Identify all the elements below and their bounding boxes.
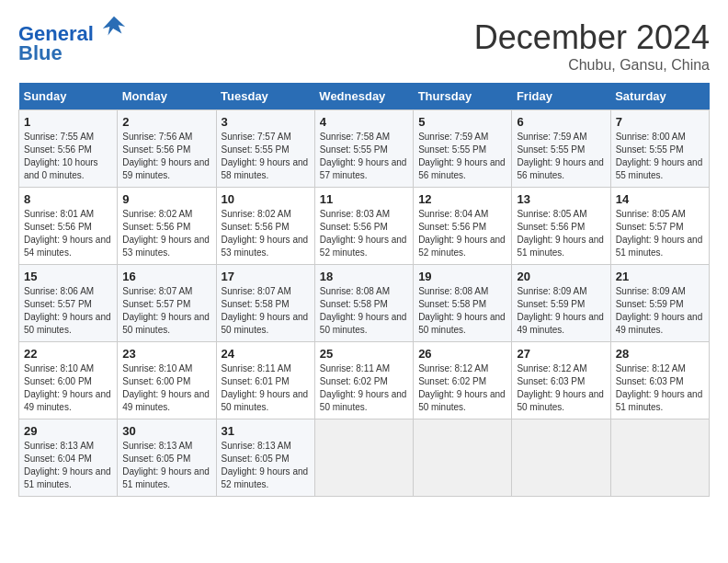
calendar-cell: 2Sunrise: 7:56 AMSunset: 5:56 PMDaylight… [118,110,216,188]
calendar-week-4: 22Sunrise: 8:10 AMSunset: 6:00 PMDayligh… [19,342,710,419]
calendar-body: 1Sunrise: 7:55 AMSunset: 5:56 PMDaylight… [19,110,710,497]
day-number: 2 [122,115,210,129]
day-number: 23 [122,347,210,361]
calendar-week-2: 8Sunrise: 8:01 AMSunset: 5:56 PMDaylight… [19,188,710,265]
day-number: 4 [320,115,408,129]
day-info: Sunrise: 8:08 AMSunset: 5:58 PMDaylight:… [418,285,506,337]
calendar-cell: 19Sunrise: 8:08 AMSunset: 5:58 PMDayligh… [414,265,512,342]
calendar-cell: 22Sunrise: 8:10 AMSunset: 6:00 PMDayligh… [19,342,118,419]
calendar-cell: 7Sunrise: 8:00 AMSunset: 5:55 PMDaylight… [610,110,709,188]
day-info: Sunrise: 8:07 AMSunset: 5:57 PMDaylight:… [122,285,210,337]
day-number: 7 [616,115,704,129]
day-number: 11 [320,192,408,206]
day-number: 20 [517,270,605,283]
day-info: Sunrise: 8:12 AMSunset: 6:02 PMDaylight:… [418,362,506,414]
day-number: 19 [418,270,506,283]
calendar-cell: 1Sunrise: 7:55 AMSunset: 5:56 PMDaylight… [19,110,118,188]
calendar-location: Chubu, Gansu, China [474,57,710,74]
day-number: 8 [24,192,112,206]
day-number: 9 [122,192,210,206]
calendar-cell [414,419,512,497]
day-info: Sunrise: 8:02 AMSunset: 5:56 PMDaylight:… [222,208,310,259]
calendar-title-block: December 2024 Chubu, Gansu, China [474,18,710,74]
day-number: 13 [517,192,605,206]
day-number: 24 [222,347,310,361]
day-info: Sunrise: 8:03 AMSunset: 5:56 PMDaylight:… [320,208,408,259]
page-header: General Blue December 2024 Chubu, Gansu,… [18,18,710,74]
calendar-cell: 12Sunrise: 8:04 AMSunset: 5:56 PMDayligh… [414,188,512,265]
logo-blue: Blue [18,41,127,65]
day-info: Sunrise: 8:09 AMSunset: 5:59 PMDaylight:… [517,285,605,337]
day-info: Sunrise: 8:04 AMSunset: 5:56 PMDaylight:… [418,208,506,259]
calendar-week-3: 15Sunrise: 8:06 AMSunset: 5:57 PMDayligh… [19,265,710,342]
calendar-cell [314,419,413,497]
calendar-cell: 15Sunrise: 8:06 AMSunset: 5:57 PMDayligh… [19,265,118,342]
day-info: Sunrise: 7:59 AMSunset: 5:55 PMDaylight:… [517,131,605,182]
day-info: Sunrise: 7:59 AMSunset: 5:55 PMDaylight:… [418,131,506,182]
day-number: 16 [122,270,210,283]
day-info: Sunrise: 8:10 AMSunset: 6:00 PMDaylight:… [122,362,210,414]
weekday-header-friday: Friday [512,83,610,110]
day-info: Sunrise: 8:12 AMSunset: 6:03 PMDaylight:… [616,362,704,414]
weekday-header-thursday: Thursday [414,83,512,110]
calendar-cell: 14Sunrise: 8:05 AMSunset: 5:57 PMDayligh… [610,188,709,265]
day-info: Sunrise: 7:55 AMSunset: 5:56 PMDaylight:… [24,131,112,182]
calendar-cell: 16Sunrise: 8:07 AMSunset: 5:57 PMDayligh… [118,265,216,342]
day-info: Sunrise: 8:05 AMSunset: 5:56 PMDaylight:… [517,208,605,259]
day-info: Sunrise: 8:13 AMSunset: 6:04 PMDaylight:… [24,440,112,491]
day-number: 18 [320,270,408,283]
day-info: Sunrise: 8:08 AMSunset: 5:58 PMDaylight:… [320,285,408,337]
day-number: 15 [24,270,112,283]
calendar-cell [610,419,709,497]
day-number: 21 [616,270,704,283]
calendar-cell: 11Sunrise: 8:03 AMSunset: 5:56 PMDayligh… [314,188,413,265]
calendar-cell: 4Sunrise: 7:58 AMSunset: 5:55 PMDaylight… [314,110,413,188]
day-number: 10 [222,192,310,206]
day-info: Sunrise: 8:13 AMSunset: 6:05 PMDaylight:… [122,440,210,491]
day-number: 5 [418,115,506,129]
calendar-week-5: 29Sunrise: 8:13 AMSunset: 6:04 PMDayligh… [19,419,710,497]
day-info: Sunrise: 8:13 AMSunset: 6:05 PMDaylight:… [222,440,310,491]
calendar-cell: 8Sunrise: 8:01 AMSunset: 5:56 PMDaylight… [19,188,118,265]
calendar-cell: 26Sunrise: 8:12 AMSunset: 6:02 PMDayligh… [414,342,512,419]
day-info: Sunrise: 7:56 AMSunset: 5:56 PMDaylight:… [122,131,210,182]
day-info: Sunrise: 8:05 AMSunset: 5:57 PMDaylight:… [616,208,704,259]
day-number: 22 [24,347,112,361]
calendar-header-row: SundayMondayTuesdayWednesdayThursdayFrid… [19,83,710,110]
day-number: 3 [222,115,310,129]
day-number: 26 [418,347,506,361]
weekday-header-tuesday: Tuesday [216,83,314,110]
calendar-cell: 30Sunrise: 8:13 AMSunset: 6:05 PMDayligh… [118,419,216,497]
day-info: Sunrise: 8:11 AMSunset: 6:02 PMDaylight:… [320,362,408,414]
day-number: 31 [222,424,310,438]
day-info: Sunrise: 8:07 AMSunset: 5:58 PMDaylight:… [222,285,310,337]
calendar-cell: 20Sunrise: 8:09 AMSunset: 5:59 PMDayligh… [512,265,610,342]
day-info: Sunrise: 8:00 AMSunset: 5:55 PMDaylight:… [616,131,704,182]
calendar-cell: 17Sunrise: 8:07 AMSunset: 5:58 PMDayligh… [216,265,314,342]
day-number: 14 [616,192,704,206]
calendar-cell: 13Sunrise: 8:05 AMSunset: 5:56 PMDayligh… [512,188,610,265]
weekday-header-saturday: Saturday [610,83,709,110]
logo-bird-icon [101,15,127,40]
calendar-cell: 3Sunrise: 7:57 AMSunset: 5:55 PMDaylight… [216,110,314,188]
day-info: Sunrise: 8:11 AMSunset: 6:01 PMDaylight:… [222,362,310,414]
logo: General Blue [18,18,127,65]
calendar-cell: 27Sunrise: 8:12 AMSunset: 6:03 PMDayligh… [512,342,610,419]
calendar-cell: 24Sunrise: 8:11 AMSunset: 6:01 PMDayligh… [216,342,314,419]
calendar-cell: 21Sunrise: 8:09 AMSunset: 5:59 PMDayligh… [610,265,709,342]
svg-marker-0 [103,17,125,36]
day-number: 12 [418,192,506,206]
day-info: Sunrise: 8:10 AMSunset: 6:00 PMDaylight:… [24,362,112,414]
calendar-week-1: 1Sunrise: 7:55 AMSunset: 5:56 PMDaylight… [19,110,710,188]
calendar-cell: 18Sunrise: 8:08 AMSunset: 5:58 PMDayligh… [314,265,413,342]
day-number: 29 [24,424,112,438]
day-info: Sunrise: 8:09 AMSunset: 5:59 PMDaylight:… [616,285,704,337]
calendar-cell: 6Sunrise: 7:59 AMSunset: 5:55 PMDaylight… [512,110,610,188]
day-number: 27 [517,347,605,361]
day-number: 1 [24,115,112,129]
day-number: 6 [517,115,605,129]
calendar-table: SundayMondayTuesdayWednesdayThursdayFrid… [18,83,710,497]
calendar-cell [512,419,610,497]
weekday-header-monday: Monday [118,83,216,110]
calendar-cell: 9Sunrise: 8:02 AMSunset: 5:56 PMDaylight… [118,188,216,265]
